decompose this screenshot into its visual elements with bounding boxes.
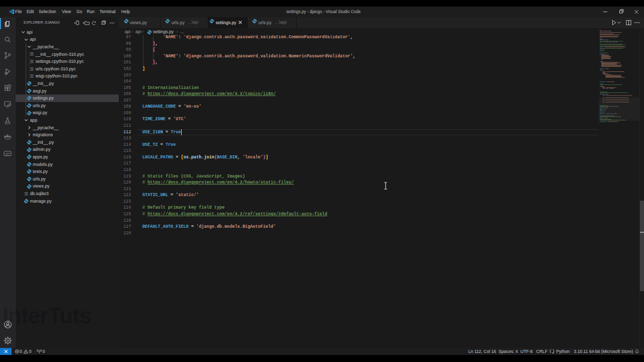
svg-text:API: API (6, 152, 10, 155)
